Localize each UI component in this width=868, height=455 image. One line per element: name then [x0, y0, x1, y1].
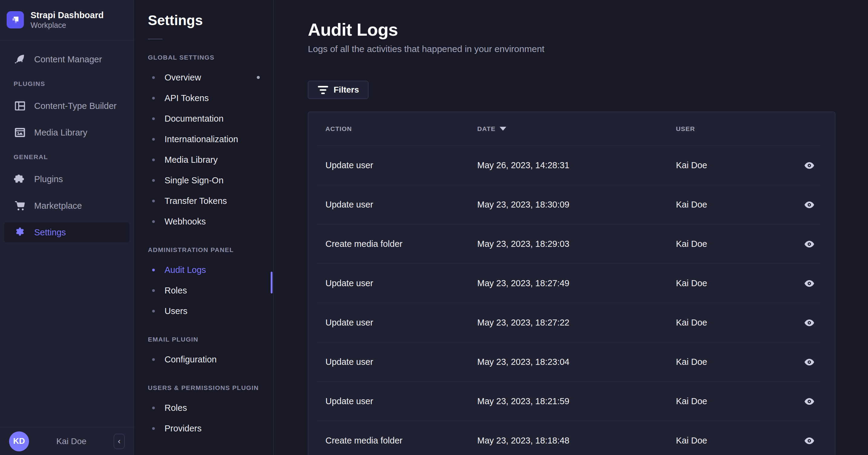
eye-icon	[804, 238, 815, 250]
user-avatar[interactable]: KD	[9, 431, 29, 451]
collapse-sidebar-button[interactable]: ‹	[114, 434, 125, 449]
subnav-section-email-plugin: Email Plugin	[148, 336, 273, 343]
view-log-button[interactable]	[801, 275, 818, 292]
view-log-button[interactable]	[801, 196, 818, 213]
cart-icon	[13, 200, 26, 212]
bullet-icon	[152, 158, 155, 161]
subnav-item-single-sign-on[interactable]: Single Sign-On	[134, 170, 273, 190]
bullet-icon	[152, 310, 155, 312]
workspace-name: Workplace	[31, 21, 104, 30]
bullet-icon	[152, 427, 155, 430]
bullet-icon	[152, 97, 155, 99]
bullet-icon	[152, 117, 155, 120]
view-log-button[interactable]	[801, 236, 818, 253]
table-row[interactable]: Update user May 23, 2023, 18:27:49 Kai D…	[308, 264, 835, 303]
bullet-icon	[152, 220, 155, 223]
table-row[interactable]: Create media folder May 23, 2023, 18:18:…	[308, 421, 835, 455]
eye-icon	[804, 396, 815, 407]
layout-icon	[13, 99, 26, 112]
subnav-scrollbar-thumb[interactable]	[271, 272, 273, 294]
strapi-logo-icon	[7, 11, 24, 28]
eye-icon	[804, 199, 815, 211]
view-log-button[interactable]	[801, 157, 818, 174]
subnav-section-administration-panel: Administration Panel	[148, 246, 273, 253]
table-row[interactable]: Update user May 23, 2023, 18:23:04 Kai D…	[308, 342, 835, 382]
subnav-item-up-roles[interactable]: Roles	[134, 397, 273, 418]
column-header-user: User	[676, 125, 781, 132]
eye-icon	[804, 317, 815, 329]
eye-icon	[804, 435, 815, 447]
main-nav: Strapi Dashboard Workplace Content Manag…	[0, 0, 134, 455]
view-log-button[interactable]	[801, 432, 818, 449]
nav-section-general: General	[4, 153, 129, 161]
sidebar-item-label: Settings	[34, 228, 66, 238]
subnav-item-admin-users[interactable]: Users	[134, 301, 273, 321]
subnav-item-transfer-tokens[interactable]: Transfer Tokens	[134, 190, 273, 211]
subnav-item-documentation[interactable]: Documentation	[134, 108, 273, 129]
bullet-icon	[152, 358, 155, 361]
table-row[interactable]: Update user May 23, 2023, 18:27:22 Kai D…	[308, 303, 835, 342]
sidebar-item-label: Media Library	[34, 128, 87, 138]
audit-logs-table: Action Date User Update user May 26, 202…	[308, 112, 835, 455]
bullet-icon	[152, 200, 155, 202]
sidebar-item-content-manager[interactable]: Content Manager	[4, 49, 129, 69]
feather-pen-icon	[13, 53, 26, 66]
puzzle-icon	[13, 173, 26, 185]
subnav-item-overview[interactable]: Overview	[134, 67, 273, 88]
subnav-item-webhooks[interactable]: Webhooks	[134, 211, 273, 232]
gear-icon	[13, 226, 26, 239]
view-log-button[interactable]	[801, 393, 818, 410]
chevron-left-icon: ‹	[118, 436, 121, 446]
table-header-row: Action Date User	[308, 112, 835, 146]
eye-icon	[804, 160, 815, 171]
subnav-section-users-permissions-plugin: Users & Permissions Plugin	[148, 384, 273, 392]
sidebar-item-label: Plugins	[34, 174, 63, 184]
settings-subnav: Settings Global Settings Overview API To…	[134, 0, 274, 455]
subnav-item-admin-roles[interactable]: Roles	[134, 280, 273, 301]
sidebar-item-label: Content Manager	[34, 55, 102, 64]
table-row[interactable]: Create media folder May 23, 2023, 18:29:…	[308, 224, 835, 264]
bullet-icon	[152, 406, 155, 409]
sidebar-item-media-library[interactable]: Media Library	[4, 123, 129, 143]
bullet-icon	[152, 179, 155, 182]
sidebar-item-settings[interactable]: Settings	[4, 222, 129, 242]
table-row[interactable]: Update user May 23, 2023, 18:30:09 Kai D…	[308, 185, 835, 224]
sidebar-item-label: Content-Type Builder	[34, 101, 117, 111]
subnav-item-internationalization[interactable]: Internationalization	[134, 129, 273, 149]
sidebar-item-content-type-builder[interactable]: Content-Type Builder	[4, 96, 129, 116]
image-icon	[13, 126, 26, 139]
page-subtitle: Logs of all the activities that happened…	[308, 44, 836, 54]
sidebar-item-label: Marketplace	[34, 201, 82, 211]
sort-desc-icon	[500, 127, 506, 131]
column-header-date[interactable]: Date	[477, 125, 676, 132]
workspace-switcher[interactable]: Strapi Dashboard Workplace	[0, 0, 134, 40]
table-row[interactable]: Update user May 23, 2023, 18:21:59 Kai D…	[308, 382, 835, 421]
sidebar-item-marketplace[interactable]: Marketplace	[4, 196, 129, 216]
sidebar-item-plugins[interactable]: Plugins	[4, 169, 129, 189]
filters-button[interactable]: Filters	[308, 81, 368, 99]
divider	[148, 39, 162, 39]
subnav-item-api-tokens[interactable]: API Tokens	[134, 88, 273, 108]
app-title: Strapi Dashboard	[31, 10, 104, 21]
eye-icon	[804, 356, 815, 368]
column-header-action: Action	[326, 125, 477, 132]
subnav-item-up-providers[interactable]: Providers	[134, 418, 273, 439]
subnav-title: Settings	[134, 12, 273, 28]
table-row[interactable]: Update user May 26, 2023, 14:28:31 Kai D…	[308, 146, 835, 185]
eye-icon	[804, 278, 815, 289]
filter-icon	[317, 86, 329, 94]
subnav-item-media-library[interactable]: Media Library	[134, 149, 273, 170]
notification-dot-icon	[257, 76, 260, 79]
user-name: Kai Doe	[29, 436, 114, 446]
bullet-icon	[152, 76, 155, 79]
bullet-icon	[152, 269, 155, 271]
nav-section-plugins: Plugins	[4, 80, 129, 87]
view-log-button[interactable]	[801, 314, 818, 331]
subnav-item-audit-logs[interactable]: Audit Logs	[134, 260, 273, 280]
view-log-button[interactable]	[801, 354, 818, 371]
bullet-icon	[152, 289, 155, 292]
page-title: Audit Logs	[308, 19, 836, 40]
subnav-item-email-configuration[interactable]: Configuration	[134, 349, 273, 370]
audit-logs-page: Audit Logs Logs of all the activities th…	[274, 0, 868, 455]
subnav-section-global-settings: Global Settings	[148, 54, 273, 61]
